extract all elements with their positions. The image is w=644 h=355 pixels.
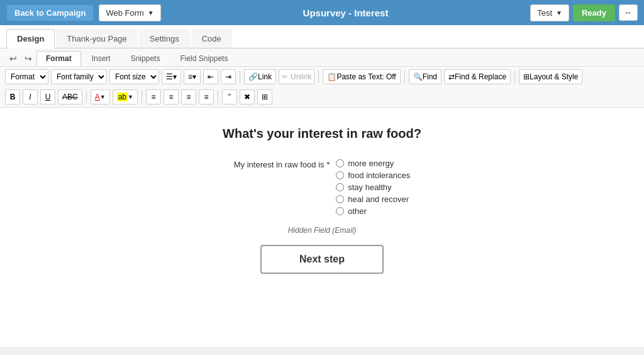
radio-group: more energy food intolerances stay healt… [336,159,410,216]
tab-design[interactable]: Design [6,29,55,48]
align-center-button[interactable]: ≡ [164,89,179,104]
page-title: Upsurvey - Interest [303,8,389,18]
list-item[interactable]: stay healthy [336,183,410,192]
font-size-select[interactable]: Font size [109,69,159,84]
tab-thankyou[interactable]: Thank-you Page [56,29,137,48]
table-button[interactable]: ⊞ [257,89,272,104]
layout-icon: ⊞ [523,72,530,81]
separator-5 [86,91,87,103]
separator-1 [240,70,240,83]
toolbar-tab-field-snippets[interactable]: Field Snippets [170,51,237,66]
list-item[interactable]: more energy [336,159,410,168]
radio-more-energy[interactable] [336,159,344,167]
color-arrow: ▼ [100,94,106,100]
separator-7 [218,91,218,103]
find-label: Find [423,72,437,81]
webform-button[interactable]: Web Form ▼ [99,4,160,21]
unlink-label: Unlink [291,72,311,81]
tab-settings[interactable]: Settings [139,29,190,48]
layout-label: Layout & Style [530,72,578,81]
text-color-icon: A [95,93,100,101]
test-label: Test [537,8,552,18]
bold-button[interactable]: B [5,89,20,104]
link-button[interactable]: 🔗 Link [244,69,276,84]
radio-other[interactable] [336,207,344,215]
find-replace-label: Find & Replace [455,72,506,81]
hidden-field-label: Hidden Field (Email) [127,226,517,235]
highlight-arrow: ▼ [128,94,133,100]
survey-question-row: My interest in raw food is * more energy… [127,159,517,216]
main-tabs: Design Thank-you Page Settings Code [0,25,644,48]
outdent-button[interactable]: ⇤ [203,69,218,84]
back-to-campaign-button[interactable]: Back to Campaign [6,4,94,21]
tab-code[interactable]: Code [191,29,232,48]
link-label: Link [258,72,272,81]
chevron-down-icon: ▼ [556,9,562,16]
strikethrough-button[interactable]: ABC [58,89,82,104]
remove-format-button[interactable]: ✖ [240,89,255,104]
highlight-icon: ab [117,93,128,101]
separator-2 [318,70,319,83]
layout-style-button[interactable]: ⊞ Layout & Style [519,69,582,84]
paste-label: Paste as Text: Off [336,72,396,81]
find-button[interactable]: 🔍 Find [409,69,441,84]
find-replace-icon: ⇄ [448,72,455,81]
radio-heal-recover[interactable] [336,195,344,203]
expand-button[interactable]: ↔ [619,4,638,21]
list-item[interactable]: other [336,206,410,216]
survey-title: What's your interest in raw food? [127,127,517,141]
list-unordered-button[interactable]: ☰▾ [162,69,181,84]
underline-button[interactable]: U [40,89,55,104]
toolbar-tab-insert[interactable]: Insert [82,51,120,66]
toolbar-tab-snippets[interactable]: Snippets [121,51,170,66]
unlink-button[interactable]: ✂ Unlink [279,69,314,84]
find-replace-button[interactable]: ⇄ Find & Replace [444,69,511,84]
highlight-button[interactable]: ab ▼ [113,89,138,104]
separator-4 [514,70,515,83]
list-ordered-button[interactable]: ≡▾ [184,69,201,84]
paste-button[interactable]: 📋 Paste as Text: Off [323,69,400,84]
test-button[interactable]: Test ▼ [530,4,569,21]
link-icon: 🔗 [248,72,258,81]
blockquote-button[interactable]: " [222,89,237,104]
top-bar: Back to Campaign Web Form ▼ Upsurvey - I… [0,0,644,25]
text-color-button[interactable]: A ▼ [91,89,110,104]
redo-button[interactable]: ↪ [21,52,35,65]
radio-stay-healthy[interactable] [336,183,344,191]
font-family-select[interactable]: Font family [51,69,107,84]
toolbar-row-2: B I U ABC A ▼ ab ▼ ≡ ≡ ≡ ≡ " ✖ ⊞ [0,87,644,107]
list-item[interactable]: food intolerances [336,171,410,180]
toolbar-area: ↩ ↪ Format Insert Snippets Field Snippet… [0,48,644,108]
survey-label: My interest in raw food is * [234,159,330,169]
survey-form: What's your interest in raw food? My int… [127,127,517,274]
align-right-button[interactable]: ≡ [181,89,196,104]
chevron-down-icon: ▼ [148,9,154,16]
align-justify-button[interactable]: ≡ [199,89,214,104]
indent-button[interactable]: ⇥ [221,69,236,84]
webform-label: Web Form [106,8,143,18]
undo-button[interactable]: ↩ [6,52,20,65]
toolbar-row-1: Format Font family Font size ☰▾ ≡▾ ⇤ ⇥ 🔗… [0,67,644,87]
radio-food-intolerances[interactable] [336,171,344,179]
format-select[interactable]: Format [5,69,48,84]
find-icon: 🔍 [413,72,423,81]
align-left-button[interactable]: ≡ [146,89,161,104]
content-area: What's your interest in raw food? My int… [0,108,644,347]
next-step-button[interactable]: Next step [260,245,384,274]
list-item[interactable]: heal and recover [336,194,410,204]
italic-button[interactable]: I [23,89,38,104]
unlink-icon: ✂ [282,72,288,81]
paste-icon: 📋 [327,72,336,81]
separator-3 [404,70,405,83]
separator-6 [142,91,142,103]
ready-button[interactable]: Ready [573,4,615,21]
toolbar-tab-format[interactable]: Format [36,51,81,66]
